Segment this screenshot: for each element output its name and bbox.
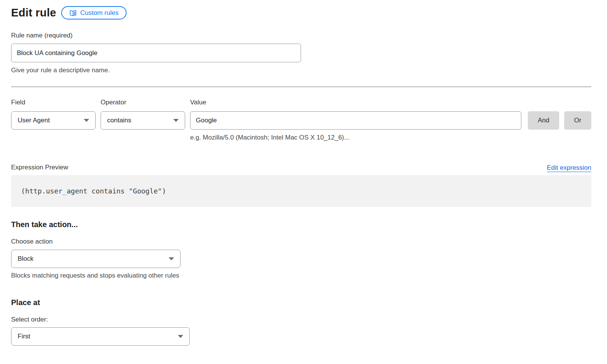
section-divider xyxy=(11,86,591,87)
or-button[interactable]: Or xyxy=(564,111,591,130)
chevron-down-icon xyxy=(84,119,89,122)
operator-label: Operator xyxy=(101,98,185,107)
chevron-down-icon xyxy=(169,257,174,260)
chevron-down-icon xyxy=(173,119,179,122)
action-select[interactable]: Block xyxy=(11,250,181,268)
order-select[interactable]: First xyxy=(11,327,190,346)
expression-preview-header: Expression Preview Edit expression xyxy=(11,163,591,172)
action-heading: Then take action... xyxy=(11,220,591,229)
rule-name-label: Rule name (required) xyxy=(11,31,591,40)
custom-rules-button[interactable]: Custom rules xyxy=(61,6,127,20)
edit-rule-page: Edit rule Custom rules Rule name (requir… xyxy=(11,0,591,346)
page-title: Edit rule xyxy=(11,6,56,19)
value-column: Value e.g. Mozilla/5.0 (Macintosh; Intel… xyxy=(190,98,521,142)
action-helper: Blocks matching requests and stops evalu… xyxy=(11,271,591,280)
and-button[interactable]: And xyxy=(528,111,559,130)
expression-builder-row: Field User Agent Operator contains Value… xyxy=(11,98,591,142)
rule-name-input-wrap xyxy=(11,44,301,62)
action-select-value: Block xyxy=(18,255,34,263)
placement-heading: Place at xyxy=(11,298,591,307)
operator-select-value: contains xyxy=(107,117,131,124)
order-select-value: First xyxy=(18,333,30,340)
expression-preview-code: (http.user_agent contains "Google") xyxy=(21,187,166,195)
value-label: Value xyxy=(190,98,521,107)
rule-name-helper: Give your rule a descriptive name. xyxy=(11,66,591,75)
field-select-value: User Agent xyxy=(18,117,50,124)
expression-preview-label: Expression Preview xyxy=(11,163,68,172)
rule-name-section: Rule name (required) Give your rule a de… xyxy=(11,31,591,75)
open-book-icon xyxy=(69,9,77,17)
value-input[interactable] xyxy=(190,111,521,130)
action-section: Then take action... Choose action Block … xyxy=(11,220,591,280)
rule-name-input[interactable] xyxy=(11,44,301,62)
field-column: Field User Agent xyxy=(11,98,96,142)
placement-section: Place at Select order: First xyxy=(11,298,591,346)
edit-expression-link[interactable]: Edit expression xyxy=(547,164,591,172)
custom-rules-button-label: Custom rules xyxy=(80,9,119,17)
choose-action-label: Choose action xyxy=(11,237,591,246)
select-order-label: Select order: xyxy=(11,315,591,324)
value-helper: e.g. Mozilla/5.0 (Macintosh; Intel Mac O… xyxy=(190,133,521,142)
field-label: Field xyxy=(11,98,96,107)
chevron-down-icon xyxy=(178,335,183,338)
operator-column: Operator contains xyxy=(101,98,185,142)
operator-select[interactable]: contains xyxy=(101,111,185,130)
expression-preview-box: (http.user_agent contains "Google") xyxy=(11,175,591,207)
field-select[interactable]: User Agent xyxy=(11,111,96,130)
page-header: Edit rule Custom rules xyxy=(11,6,591,20)
